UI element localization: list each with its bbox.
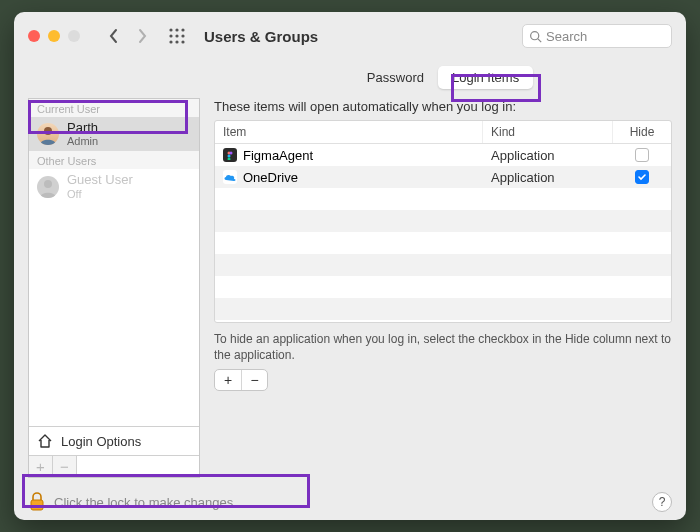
remove-user-button: − [53,456,77,477]
login-options-label: Login Options [61,434,141,449]
avatar [37,176,59,198]
svg-line-10 [538,38,541,41]
item-kind: Application [483,148,613,163]
svg-point-7 [175,40,178,43]
svg-point-14 [230,152,233,155]
search-input[interactable]: Search [522,24,672,48]
add-user-button: + [29,456,53,477]
close-icon[interactable] [28,30,40,42]
search-placeholder: Search [546,29,587,44]
hide-checkbox[interactable] [635,148,649,162]
users-sidebar: Current User Parth Admin Other Users Gue… [28,98,200,478]
login-items-desc: These items will open automatically when… [214,99,672,114]
svg-rect-17 [31,500,43,510]
lock-icon [28,492,46,512]
minimize-icon[interactable] [48,30,60,42]
svg-point-8 [181,40,184,43]
traffic-lights [28,30,80,42]
window-title: Users & Groups [204,28,318,45]
svg-point-3 [169,34,172,37]
app-icon [223,148,237,162]
sidebar-user-guest[interactable]: Guest User Off [29,169,199,203]
titlebar: Users & Groups Search [14,12,686,60]
back-button[interactable] [104,22,124,50]
user-role: Off [67,188,133,200]
tab-password[interactable]: Password [353,66,438,89]
col-item[interactable]: Item [215,121,483,143]
item-name: OneDrive [243,170,298,185]
lock-label: Click the lock to make changes. [54,495,237,510]
svg-point-11 [44,127,52,135]
avatar [37,123,59,145]
sidebar-pm-buttons: + − [29,455,199,477]
item-pm-buttons: + − [214,369,268,391]
lock-button[interactable]: Click the lock to make changes. [28,492,237,512]
section-label-other: Other Users [29,151,199,169]
svg-point-2 [181,28,184,31]
table-row[interactable]: FigmaAgent Application [215,144,671,166]
user-name: Guest User [67,173,133,187]
main-panel: Password Login Items These items will op… [214,60,672,520]
forward-button [132,22,152,50]
sidebar-user-parth[interactable]: Parth Admin [29,117,199,151]
user-role: Admin [67,135,98,147]
hide-hint: To hide an application when you log in, … [214,331,672,363]
preferences-window: Users & Groups Search Current User Parth… [14,12,686,520]
app-icon [223,170,237,184]
svg-point-0 [169,28,172,31]
svg-point-16 [228,158,231,161]
add-item-button[interactable]: + [215,370,241,390]
hide-checkbox[interactable] [635,170,649,184]
show-all-icon[interactable] [168,27,186,45]
svg-point-5 [181,34,184,37]
zoom-icon[interactable] [68,30,80,42]
col-kind[interactable]: Kind [483,121,613,143]
col-hide[interactable]: Hide [613,121,671,143]
tabs: Password Login Items [214,66,672,89]
section-label-current: Current User [29,99,199,117]
item-name: FigmaAgent [243,148,313,163]
svg-point-1 [175,28,178,31]
svg-point-15 [228,155,231,158]
user-name: Parth [67,121,98,135]
login-options-button[interactable]: Login Options [29,426,199,455]
item-kind: Application [483,170,613,185]
tab-login-items[interactable]: Login Items [438,66,533,89]
search-icon [529,30,542,43]
svg-point-9 [531,31,539,39]
svg-point-6 [169,40,172,43]
svg-point-4 [175,34,178,37]
login-items-table: Item Kind Hide FigmaAgent Application [214,120,672,323]
house-icon [37,433,53,449]
remove-item-button[interactable]: − [241,370,267,390]
svg-point-12 [44,180,52,188]
help-button[interactable]: ? [652,492,672,512]
table-row[interactable]: OneDrive Application [215,166,671,188]
